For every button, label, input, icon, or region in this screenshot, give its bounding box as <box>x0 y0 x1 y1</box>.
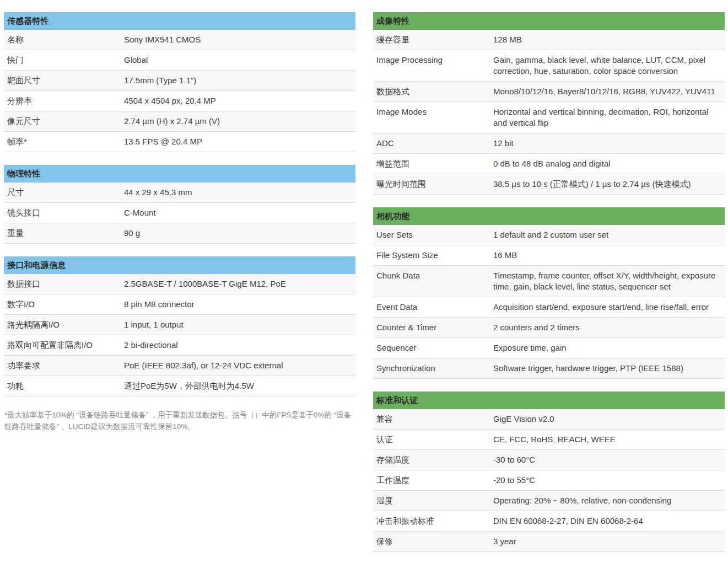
table-row: 兼容 GigE Vision v2.0 <box>373 409 725 430</box>
table-row: 帧率* 13.5 FPS @ 20.4 MP <box>4 132 355 152</box>
spec-label: 镜头接口 <box>4 203 124 223</box>
spec-label: 数据接口 <box>4 274 124 294</box>
section-title-standards: 标准和认证 <box>373 392 725 409</box>
spec-value: Operating: 20% ~ 80%, relative, non-cond… <box>493 491 725 511</box>
spec-value: 2.74 µm (H) x 2.74 µm (V) <box>124 111 355 131</box>
spec-value: 通过PoE为5W，外部供电时为4.5W <box>124 376 355 396</box>
spec-value: Exposure time, gain <box>493 338 725 358</box>
spec-value: 44 x 29 x 45.3 mm <box>124 183 355 202</box>
section-camera-functions: 相机功能 User Sets 1 default and 2 custom us… <box>373 207 725 379</box>
spec-value: 2 counters and 2 timers <box>493 318 725 337</box>
spec-label: 数字I/O <box>4 294 124 314</box>
table-row: 路双向可配置非隔离I/O 2 bi-directional <box>4 335 355 356</box>
spec-label: 工作温度 <box>373 470 493 490</box>
section-title-sensor: 传感器特性 <box>4 12 355 30</box>
table-row: Synchronization Software trigger, hardwa… <box>373 358 725 379</box>
spec-label: 缓存容量 <box>373 30 493 50</box>
spec-label: File System Size <box>373 245 493 265</box>
table-row: 曝光时间范围 38.5 µs to 10 s (正常模式) / 1 µs to … <box>373 174 725 195</box>
section-title-imaging: 成像特性 <box>373 12 725 30</box>
table-row: File System Size 16 MB <box>373 245 725 266</box>
spec-value: Gain, gamma, black level, white balance,… <box>493 50 725 81</box>
table-row: 尺寸 44 x 29 x 45.3 mm <box>4 183 355 203</box>
spec-label: 靶面尺寸 <box>4 71 124 90</box>
table-row: User Sets 1 default and 2 custom user se… <box>373 225 725 245</box>
table-row: 数据格式 Mono8/10/12/16, Bayer8/10/12/16, RG… <box>373 82 725 102</box>
spec-value: 1 default and 2 custom user set <box>493 225 725 245</box>
table-row: Chunk Data Timestamp, frame counter, off… <box>373 266 725 297</box>
table-row: Event Data Acquisition start/end, exposu… <box>373 297 725 318</box>
spec-columns: 传感器特性 名称 Sony IMX541 CMOS 快门 Global 靶面尺寸… <box>0 0 728 563</box>
spec-label: 功耗 <box>4 376 124 396</box>
spec-value: 4504 x 4504 px, 20.4 MP <box>124 91 355 111</box>
spec-label: Sequencer <box>373 338 493 358</box>
section-body: 兼容 GigE Vision v2.0 认证 CE, FCC, RoHS, RE… <box>373 409 725 552</box>
table-row: ADC 12 bit <box>373 133 725 154</box>
section-title-camera-functions: 相机功能 <box>373 207 725 225</box>
spec-value: 1 input, 1 output <box>124 315 355 335</box>
table-row: Image Modes Horizontal and vertical binn… <box>373 102 725 133</box>
table-row: 靶面尺寸 17.5mm (Type 1.1") <box>4 71 355 91</box>
table-row: 保修 3 year <box>373 532 725 552</box>
spec-value: 90 g <box>124 223 355 243</box>
spec-label: Counter & Timer <box>373 318 493 337</box>
table-row: Image Processing Gain, gamma, black leve… <box>373 50 725 82</box>
table-row: 存储温度 -30 to 60°C <box>373 450 725 470</box>
spec-label: 快门 <box>4 50 124 70</box>
spec-value: Timestamp, frame counter, offset X/Y, wi… <box>493 266 725 297</box>
table-row: Sequencer Exposure time, gain <box>373 338 725 358</box>
section-body: 名称 Sony IMX541 CMOS 快门 Global 靶面尺寸 17.5m… <box>4 30 355 152</box>
table-row: 缓存容量 128 MB <box>373 30 725 50</box>
table-row: 工作温度 -20 to 55°C <box>373 470 725 491</box>
spec-value: GigE Vision v2.0 <box>493 409 725 429</box>
spec-label: Image Modes <box>373 102 493 133</box>
spec-value: 2 bi-directional <box>124 335 355 355</box>
right-column: 成像特性 缓存容量 128 MB Image Processing Gain, … <box>373 12 725 563</box>
spec-value: 17.5mm (Type 1.1") <box>124 71 355 90</box>
spec-value: PoE (IEEE 802.3af), or 12-24 VDC externa… <box>124 356 355 376</box>
spec-value: 12 bit <box>493 133 725 153</box>
spec-value: 3 year <box>493 532 725 551</box>
section-physical-characteristics: 物理特性 尺寸 44 x 29 x 45.3 mm 镜头接口 C-Mount 重… <box>4 165 355 244</box>
spec-label: 冲击和振动标准 <box>373 511 493 531</box>
section-title-interface-power: 接口和电源信息 <box>4 256 355 274</box>
spec-value: C-Mount <box>124 203 355 223</box>
table-row: 数据接口 2.5GBASE-T / 1000BASE-T GigE M12, P… <box>4 274 355 294</box>
spec-label: Synchronization <box>373 358 493 378</box>
spec-label: 路光耦隔离I/O <box>4 315 124 335</box>
section-body: 尺寸 44 x 29 x 45.3 mm 镜头接口 C-Mount 重量 90 … <box>4 183 355 244</box>
frame-rate-footnote: *最大帧率基于10%的 “设备链路吞吐量储备” ，用于重新发送数据包。括号（）中… <box>4 409 353 432</box>
spec-label: ADC <box>373 133 493 153</box>
table-row: Counter & Timer 2 counters and 2 timers <box>373 318 725 338</box>
table-row: 冲击和振动标准 DIN EN 60068-2-27, DIN EN 60068-… <box>373 511 725 532</box>
table-row: 名称 Sony IMX541 CMOS <box>4 30 355 50</box>
spec-label: 分辨率 <box>4 91 124 111</box>
spec-label: Event Data <box>373 297 493 317</box>
spec-label: 湿度 <box>373 491 493 511</box>
spec-value: 128 MB <box>493 30 725 50</box>
left-column: 传感器特性 名称 Sony IMX541 CMOS 快门 Global 靶面尺寸… <box>4 12 355 563</box>
spec-label: Image Processing <box>373 50 493 81</box>
table-row: 认证 CE, FCC, RoHS, REACH, WEEE <box>373 430 725 450</box>
spec-label: User Sets <box>373 225 493 245</box>
table-row: 路光耦隔离I/O 1 input, 1 output <box>4 315 355 335</box>
spec-label: 功率要求 <box>4 356 124 376</box>
spec-label: 存储温度 <box>373 450 493 470</box>
table-row: 湿度 Operating: 20% ~ 80%, relative, non-c… <box>373 491 725 511</box>
spec-value: Horizontal and vertical binning, decimat… <box>493 102 725 133</box>
section-body: User Sets 1 default and 2 custom user se… <box>373 225 725 379</box>
spec-value: 2.5GBASE-T / 1000BASE-T GigE M12, PoE <box>124 274 355 294</box>
table-row: 分辨率 4504 x 4504 px, 20.4 MP <box>4 91 355 111</box>
spec-label: 数据格式 <box>373 82 493 101</box>
spec-value: -20 to 55°C <box>493 470 725 490</box>
spec-value: -30 to 60°C <box>493 450 725 470</box>
table-row: 增益范围 0 dB to 48 dB analog and digital <box>373 154 725 174</box>
spec-label: 帧率* <box>4 132 124 152</box>
section-title-physical: 物理特性 <box>4 165 355 183</box>
table-row: 功率要求 PoE (IEEE 802.3af), or 12-24 VDC ex… <box>4 356 355 376</box>
spec-value: CE, FCC, RoHS, REACH, WEEE <box>493 430 725 449</box>
spec-label: 重量 <box>4 223 124 243</box>
section-interface-power: 接口和电源信息 数据接口 2.5GBASE-T / 1000BASE-T Gig… <box>4 256 355 396</box>
spec-sheet-page: 传感器特性 名称 Sony IMX541 CMOS 快门 Global 靶面尺寸… <box>0 0 728 563</box>
section-standards-certifications: 标准和认证 兼容 GigE Vision v2.0 认证 CE, FCC, Ro… <box>373 392 725 552</box>
